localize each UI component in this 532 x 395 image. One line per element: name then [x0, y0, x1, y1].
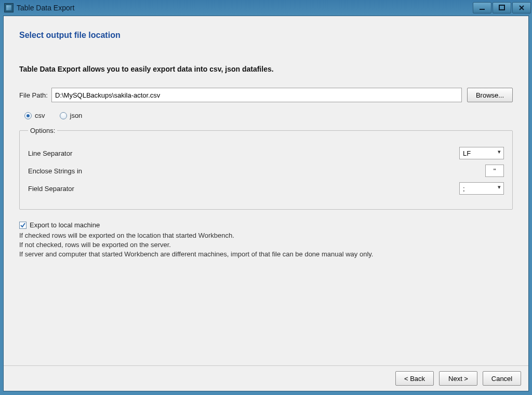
intro-text: Table Data Export allows you to easily e… [19, 65, 513, 73]
minimize-button[interactable] [473, 2, 491, 13]
field-separator-label: Field Separator [28, 185, 459, 193]
content: Select output file location Table Data E… [4, 16, 528, 365]
radio-csv-dot [26, 114, 30, 117]
radio-json[interactable]: json [60, 112, 83, 119]
button-bar: < Back Next > Cancel [4, 365, 528, 391]
radio-csv-outer [24, 112, 32, 119]
next-button[interactable]: Next > [439, 371, 477, 386]
export-local-row: Export to local machine [19, 221, 513, 229]
app-icon [4, 3, 14, 12]
field-separator-row: Field Separator ; [28, 182, 504, 195]
radio-csv-label: csv [35, 112, 45, 119]
close-button[interactable] [512, 2, 531, 13]
options-legend: Options: [28, 127, 57, 134]
enclose-label: Enclose Strings in [28, 167, 485, 175]
browse-button[interactable]: Browse... [467, 88, 513, 102]
check-icon [20, 222, 26, 228]
field-separator-select-wrap: ; [459, 182, 504, 195]
export-local-help: If checked rows will be exported on the … [19, 231, 513, 260]
titlebar: Table Data Export [0, 0, 532, 16]
help-line-2: If not checked, rows will be exported on… [19, 240, 513, 250]
window-controls [473, 2, 531, 13]
options-fieldset: Options: Line Separator LF Enclose Strin… [19, 127, 513, 210]
close-icon [518, 5, 525, 11]
line-separator-row: Line Separator LF [28, 147, 504, 159]
help-line-1: If checked rows will be exported on the … [19, 231, 513, 240]
filepath-label: File Path: [19, 91, 51, 99]
window-title: Table Data Export [17, 4, 473, 12]
export-local-label: Export to local machine [30, 221, 100, 229]
back-button[interactable]: < Back [395, 371, 434, 386]
format-row: csv json [24, 112, 513, 119]
filepath-input[interactable] [51, 88, 462, 102]
radio-json-label: json [70, 112, 83, 119]
help-line-3: If server and computer that started Work… [19, 250, 513, 259]
filepath-row: File Path: Browse... [19, 88, 513, 102]
radio-json-outer [60, 112, 67, 119]
line-separator-select-wrap: LF [459, 147, 504, 159]
cancel-button[interactable]: Cancel [483, 371, 521, 386]
minimize-icon [479, 5, 485, 11]
window-frame: Table Data Export Select output file loc… [0, 0, 532, 395]
page-heading: Select output file location [19, 31, 513, 40]
client-area: Select output file location Table Data E… [3, 16, 529, 391]
enclose-input[interactable] [485, 165, 504, 177]
line-separator-label: Line Separator [28, 149, 459, 157]
line-separator-select[interactable]: LF [459, 147, 504, 159]
svg-rect-0 [480, 9, 485, 10]
svg-rect-1 [499, 5, 504, 10]
field-separator-select[interactable]: ; [459, 182, 504, 195]
maximize-button[interactable] [493, 2, 511, 13]
export-local-checkbox[interactable] [19, 222, 26, 229]
radio-csv[interactable]: csv [24, 112, 45, 119]
maximize-icon [499, 5, 505, 11]
enclose-row: Enclose Strings in [28, 165, 504, 177]
